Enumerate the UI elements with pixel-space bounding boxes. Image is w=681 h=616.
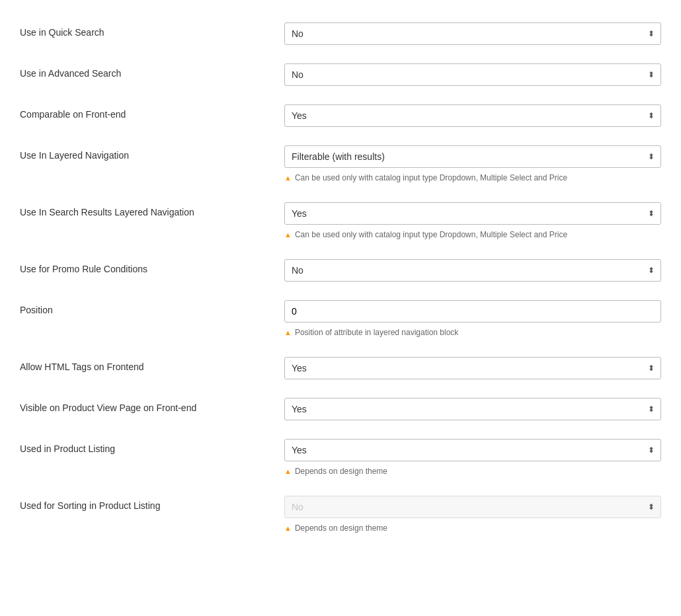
control-allow-html-tags-on-frontend: NoYes [284, 357, 661, 379]
select-used-for-sorting-in-product-listing[interactable]: NoYes [284, 496, 661, 518]
control-use-for-promo-rule-conditions: NoYes [284, 259, 661, 282]
select-allow-html-tags-on-frontend[interactable]: NoYes [284, 357, 661, 379]
hint-used-in-product-listing: ▲Depends on design theme [284, 465, 661, 477]
label-comparable-on-frontend: Comparable on Front-end [20, 104, 284, 122]
label-allow-html-tags-on-frontend: Allow HTML Tags on Frontend [20, 357, 284, 374]
form-row-use-in-search-results-layered-navigation: Use In Search Results Layered Navigation… [20, 193, 661, 250]
control-used-in-product-listing: NoYes▲Depends on design theme [284, 439, 661, 477]
control-use-in-layered-navigation: NoFilterable (with results)Filterable (n… [284, 145, 661, 184]
input-position[interactable] [284, 300, 661, 323]
hint-position: ▲Position of attribute in layered naviga… [284, 327, 661, 338]
form-row-use-in-layered-navigation: Use In Layered NavigationNoFilterable (w… [20, 136, 661, 193]
warning-icon: ▲ [284, 327, 292, 338]
control-comparable-on-frontend: NoYes [284, 104, 661, 127]
label-position: Position [20, 300, 284, 317]
label-use-for-promo-rule-conditions: Use for Promo Rule Conditions [20, 259, 284, 276]
hint-use-in-layered-navigation: ▲Can be used only with catalog input typ… [284, 172, 661, 184]
select-comparable-on-frontend[interactable]: NoYes [284, 104, 661, 127]
form-container: Use in Quick SearchNoYesUse in Advanced … [20, 13, 661, 543]
select-wrapper-use-in-layered-navigation: NoFilterable (with results)Filterable (n… [284, 145, 661, 168]
select-wrapper-use-in-search-results-layered-navigation: NoYes [284, 202, 661, 225]
select-wrapper-use-for-promo-rule-conditions: NoYes [284, 259, 661, 282]
form-row-used-in-product-listing: Used in Product ListingNoYes▲Depends on … [20, 430, 661, 486]
select-wrapper-comparable-on-frontend: NoYes [284, 104, 661, 127]
label-use-in-search-results-layered-navigation: Use In Search Results Layered Navigation [20, 202, 284, 219]
hint-text-used-in-product-listing: Depends on design theme [295, 465, 387, 477]
label-used-for-sorting-in-product-listing: Used for Sorting in Product Listing [20, 496, 284, 513]
select-wrapper-used-for-sorting-in-product-listing: NoYes [284, 496, 661, 518]
label-visible-on-product-view-page: Visible on Product View Page on Front-en… [20, 398, 284, 415]
form-row-use-in-advanced-search: Use in Advanced SearchNoYes [20, 54, 661, 95]
select-wrapper-used-in-product-listing: NoYes [284, 439, 661, 461]
select-use-in-quick-search[interactable]: NoYes [284, 22, 661, 45]
select-wrapper-visible-on-product-view-page: NoYes [284, 398, 661, 420]
warning-icon: ▲ [284, 173, 292, 184]
select-use-in-layered-navigation[interactable]: NoFilterable (with results)Filterable (n… [284, 145, 661, 168]
control-used-for-sorting-in-product-listing: NoYes▲Depends on design theme [284, 496, 661, 534]
form-row-visible-on-product-view-page: Visible on Product View Page on Front-en… [20, 389, 661, 430]
label-use-in-layered-navigation: Use In Layered Navigation [20, 145, 284, 163]
hint-text-use-in-search-results-layered-navigation: Can be used only with catalog input type… [295, 229, 567, 241]
select-used-in-product-listing[interactable]: NoYes [284, 439, 661, 461]
label-use-in-quick-search: Use in Quick Search [20, 22, 284, 40]
hint-text-use-in-layered-navigation: Can be used only with catalog input type… [295, 172, 567, 184]
form-row-position: Position▲Position of attribute in layere… [20, 291, 661, 348]
control-use-in-quick-search: NoYes [284, 22, 661, 45]
hint-used-for-sorting-in-product-listing: ▲Depends on design theme [284, 522, 661, 534]
hint-use-in-search-results-layered-navigation: ▲Can be used only with catalog input typ… [284, 229, 661, 241]
select-wrapper-use-in-quick-search: NoYes [284, 22, 661, 45]
label-use-in-advanced-search: Use in Advanced Search [20, 63, 284, 81]
label-used-in-product-listing: Used in Product Listing [20, 439, 284, 456]
control-use-in-search-results-layered-navigation: NoYes▲Can be used only with catalog inpu… [284, 202, 661, 241]
control-position: ▲Position of attribute in layered naviga… [284, 300, 661, 338]
warning-icon: ▲ [284, 466, 292, 477]
select-wrapper-use-in-advanced-search: NoYes [284, 63, 661, 86]
control-use-in-advanced-search: NoYes [284, 63, 661, 86]
form-row-use-for-promo-rule-conditions: Use for Promo Rule ConditionsNoYes [20, 250, 661, 291]
form-row-comparable-on-frontend: Comparable on Front-endNoYes [20, 95, 661, 136]
select-use-in-advanced-search[interactable]: NoYes [284, 63, 661, 86]
form-row-used-for-sorting-in-product-listing: Used for Sorting in Product ListingNoYes… [20, 486, 661, 543]
select-visible-on-product-view-page[interactable]: NoYes [284, 398, 661, 420]
warning-icon: ▲ [284, 523, 292, 534]
control-visible-on-product-view-page: NoYes [284, 398, 661, 420]
form-row-use-in-quick-search: Use in Quick SearchNoYes [20, 13, 661, 54]
hint-text-position: Position of attribute in layered navigat… [295, 327, 458, 338]
select-wrapper-allow-html-tags-on-frontend: NoYes [284, 357, 661, 379]
hint-text-used-for-sorting-in-product-listing: Depends on design theme [295, 522, 387, 534]
select-use-in-search-results-layered-navigation[interactable]: NoYes [284, 202, 661, 225]
warning-icon: ▲ [284, 229, 292, 241]
form-row-allow-html-tags-on-frontend: Allow HTML Tags on FrontendNoYes [20, 348, 661, 389]
select-use-for-promo-rule-conditions[interactable]: NoYes [284, 259, 661, 282]
